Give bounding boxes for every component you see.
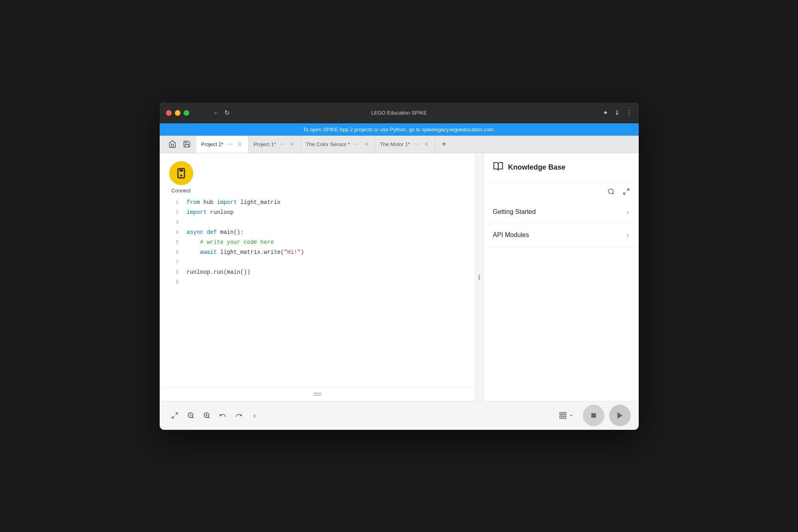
svg-line-8 bbox=[172, 416, 174, 418]
svg-rect-17 bbox=[563, 413, 566, 415]
tab-close-motor[interactable]: × bbox=[423, 140, 430, 148]
app-window: ← ↻ LEGO Education SPIKE ✦ ⇓ ⋮ To open S… bbox=[160, 103, 639, 430]
main-area: Connect 1 from hub import light_matrix 2… bbox=[160, 153, 639, 401]
titlebar-controls: ✦ ⇓ ⋮ bbox=[603, 109, 632, 117]
fullscreen-button[interactable] bbox=[168, 408, 182, 423]
svg-rect-19 bbox=[563, 416, 566, 419]
save-button[interactable] bbox=[180, 138, 193, 150]
code-editor[interactable]: 1 from hub import light_matrix 2 import … bbox=[160, 198, 475, 387]
back-button[interactable]: ← bbox=[213, 109, 220, 117]
download-icon[interactable]: ⇓ bbox=[614, 109, 620, 117]
svg-line-10 bbox=[192, 417, 193, 418]
knowledge-header: Knowledge Base bbox=[483, 153, 639, 182]
zoom-out-button[interactable] bbox=[184, 408, 198, 423]
tab-close-color-sensor[interactable]: × bbox=[363, 140, 370, 148]
home-button[interactable] bbox=[166, 138, 179, 150]
panel-collapse-button[interactable]: ‖ bbox=[475, 153, 483, 401]
info-banner: To open SPIKE App 2 projects or use Pyth… bbox=[160, 123, 639, 136]
titlebar: ← ↻ LEGO Education SPIKE ✦ ⇓ ⋮ bbox=[160, 103, 639, 123]
svg-rect-16 bbox=[560, 413, 562, 415]
code-line-2: 2 import runloop bbox=[169, 208, 465, 218]
svg-line-4 bbox=[612, 193, 614, 194]
book-icon bbox=[493, 161, 503, 174]
code-line-4: 4 async def main(): bbox=[169, 227, 465, 237]
editor-area: Connect 1 from hub import light_matrix 2… bbox=[160, 153, 475, 401]
play-button[interactable] bbox=[609, 405, 631, 426]
chevron-right-icon-2: › bbox=[627, 231, 629, 239]
chevron-right-icon: › bbox=[627, 208, 629, 216]
connect-icon[interactable] bbox=[169, 161, 193, 185]
tab-color-sensor[interactable]: The Color Sensor * ⋯ × bbox=[301, 136, 375, 153]
tab-menu-color-sensor[interactable]: ⋯ bbox=[353, 140, 360, 148]
grid-view-button[interactable] bbox=[555, 409, 578, 422]
maximize-button[interactable] bbox=[184, 110, 189, 116]
menu-icon[interactable]: ⋮ bbox=[626, 109, 632, 117]
knowledge-panel: Knowledge Base bbox=[483, 153, 639, 401]
svg-point-3 bbox=[608, 189, 613, 194]
code-line-9: 9 bbox=[169, 277, 465, 287]
connect-section: Connect bbox=[160, 153, 203, 198]
knowledge-toolbar bbox=[483, 182, 639, 201]
extensions-icon[interactable]: ✦ bbox=[603, 109, 608, 117]
code-line-1: 1 from hub import light_matrix bbox=[169, 198, 465, 208]
sidebar-icons bbox=[163, 138, 196, 150]
connect-label: Connect bbox=[171, 188, 190, 194]
knowledge-item-getting-started[interactable]: Getting Started › bbox=[483, 201, 639, 224]
svg-marker-21 bbox=[617, 412, 622, 419]
svg-line-13 bbox=[208, 417, 209, 418]
nav-buttons: ← ↻ bbox=[213, 109, 230, 117]
svg-line-6 bbox=[624, 192, 626, 194]
drag-handle[interactable] bbox=[312, 391, 323, 397]
undo-button[interactable] bbox=[216, 408, 230, 423]
code-line-3: 3 bbox=[169, 218, 465, 227]
svg-rect-18 bbox=[560, 416, 562, 419]
tab-menu-project2[interactable]: ⋯ bbox=[227, 140, 233, 148]
close-button[interactable] bbox=[166, 110, 172, 116]
code-line-7: 7 bbox=[169, 257, 465, 267]
add-tab-button[interactable]: + bbox=[437, 136, 451, 153]
tabs-list: Project 2* ⋯ × Project 1* ⋯ × The Color … bbox=[196, 136, 639, 153]
knowledge-items: Getting Started › API Modules › bbox=[483, 201, 639, 401]
redo-button[interactable] bbox=[232, 408, 246, 423]
collapse-left-button[interactable]: ‹ bbox=[248, 408, 262, 423]
tabs-bar: Project 2* ⋯ × Project 1* ⋯ × The Color … bbox=[160, 136, 639, 153]
code-line-5: 5 # write your code here bbox=[169, 237, 465, 247]
code-line-8: 8 runloop.run(main()) bbox=[169, 267, 465, 277]
traffic-lights bbox=[166, 110, 189, 116]
knowledge-title: Knowledge Base bbox=[508, 163, 566, 172]
status-bar: ‹ bbox=[160, 401, 639, 430]
svg-point-1 bbox=[180, 175, 181, 176]
svg-rect-20 bbox=[591, 413, 596, 418]
minimize-button[interactable] bbox=[175, 110, 180, 116]
code-line-6: 6 await light_matrix.write("Hi!") bbox=[169, 247, 465, 257]
window-title: LEGO Education SPIKE bbox=[371, 110, 427, 116]
tab-project1[interactable]: Project 1* ⋯ × bbox=[249, 136, 301, 153]
svg-line-7 bbox=[175, 413, 177, 415]
svg-rect-2 bbox=[180, 170, 182, 170]
tab-menu-motor[interactable]: ⋯ bbox=[413, 140, 420, 148]
stop-button[interactable] bbox=[583, 405, 604, 426]
bottom-handle-area bbox=[160, 387, 475, 401]
tab-close-project2[interactable]: × bbox=[236, 140, 244, 148]
tab-project2[interactable]: Project 2* ⋯ × bbox=[196, 136, 249, 153]
tab-close-project1[interactable]: × bbox=[289, 140, 296, 148]
zoom-in-button[interactable] bbox=[200, 408, 214, 423]
tab-motor[interactable]: The Motor 1* ⋯ × bbox=[375, 136, 435, 153]
run-controls bbox=[555, 405, 631, 426]
expand-button[interactable] bbox=[620, 186, 632, 198]
svg-line-5 bbox=[627, 189, 629, 191]
reload-button[interactable]: ↻ bbox=[224, 109, 230, 117]
knowledge-item-api-modules[interactable]: API Modules › bbox=[483, 224, 639, 247]
search-button[interactable] bbox=[605, 186, 617, 198]
tab-menu-project1[interactable]: ⋯ bbox=[279, 140, 285, 148]
